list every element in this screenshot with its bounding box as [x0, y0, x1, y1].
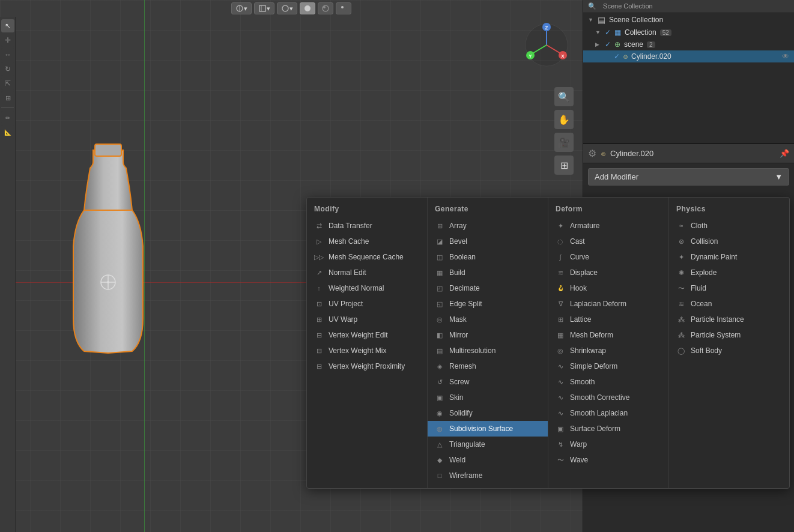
scale-tool[interactable]: ⇱ [1, 77, 14, 90]
normal-edit-icon [314, 268, 324, 277]
menu-item-subdivision-surface[interactable]: Subdivision Surface [428, 421, 548, 437]
menu-item-hook[interactable]: Hook [548, 280, 668, 296]
menu-item-fluid[interactable]: Fluid [669, 280, 789, 296]
cursor-tool[interactable]: ✛ [1, 34, 14, 47]
menu-item-weighted-normal[interactable]: Weighted Normal [307, 280, 427, 296]
menu-item-remesh[interactable]: Remesh [428, 358, 548, 374]
bevel-icon [435, 237, 444, 246]
modifier-menu-popup[interactable]: Modify Data Transfer Mesh Cache Mesh Seq… [306, 197, 790, 489]
cylinder-checkbox[interactable]: ✓ [614, 52, 620, 61]
navigation-gizmo[interactable]: Z X Y [523, 21, 571, 69]
menu-item-lattice[interactable]: Lattice [548, 312, 668, 327]
menu-item-explode[interactable]: Explode [669, 265, 789, 280]
menu-item-cast[interactable]: Cast [548, 234, 668, 249]
menu-item-shrinkwrap[interactable]: Shrinkwrap [548, 343, 668, 358]
menu-item-particle-instance[interactable]: Particle Instance [669, 312, 789, 327]
menu-item-mask[interactable]: Mask [428, 312, 548, 327]
menu-item-armature[interactable]: Armature [548, 218, 668, 234]
mesh-cache-icon [314, 237, 324, 246]
edge-split-icon [435, 299, 444, 309]
outliner[interactable]: 🔍 Scene Collection ▼ ▤ Scene Collection … [583, 0, 794, 144]
menu-item-screw[interactable]: Screw [428, 374, 548, 390]
viewport-shading-render[interactable] [336, 2, 351, 14]
menu-item-wireframe[interactable]: Wireframe [428, 468, 548, 483]
smooth-lap-label: Smooth Laplacian [570, 409, 628, 417]
svg-point-4 [282, 5, 288, 11]
menu-item-bevel[interactable]: Bevel [428, 234, 548, 249]
menu-item-array[interactable]: Array [428, 218, 548, 234]
viewport-icon-btn-2[interactable]: ▾ [254, 2, 274, 14]
menu-item-vw-prox[interactable]: Vertex Weight Proximity [307, 358, 427, 374]
visibility-icon[interactable]: 👁 [782, 52, 789, 61]
menu-item-ocean[interactable]: Ocean [669, 296, 789, 312]
menu-item-cloth[interactable]: Cloth [669, 218, 789, 234]
menu-item-particle-system[interactable]: Particle System [669, 327, 789, 343]
viewport-icon-btn-1[interactable]: ▾ [231, 2, 252, 14]
outliner-item-scene[interactable]: ▶ ✓ ⊕ scene 2 [583, 38, 794, 50]
select-tool[interactable]: ↖ [1, 19, 14, 32]
hand-tool[interactable]: ✋ [554, 110, 574, 129]
menu-item-uv-project[interactable]: UV Project [307, 296, 427, 312]
viewport-shading-solid[interactable] [300, 2, 315, 14]
scene-checkbox[interactable]: ✓ [605, 40, 611, 49]
menu-item-normal-edit[interactable]: Normal Edit [307, 265, 427, 280]
menu-item-soft-body[interactable]: Soft Body [669, 343, 789, 358]
menu-item-mesh-cache[interactable]: Mesh Cache [307, 234, 427, 249]
object-name: Cylinder.020 [610, 149, 653, 158]
menu-item-surface-deform[interactable]: Surface Deform [548, 421, 668, 437]
menu-item-decimate[interactable]: Decimate [428, 280, 548, 296]
menu-item-curve[interactable]: Curve [548, 249, 668, 265]
zoom-tool[interactable]: 🔍 [554, 87, 574, 106]
laplacian-label: Laplacian Deform [570, 300, 626, 308]
menu-item-dynamic-paint[interactable]: Dynamic Paint [669, 249, 789, 265]
particle-system-label: Particle System [691, 331, 741, 339]
menu-item-smooth-laplacian[interactable]: Smooth Laplacian [548, 405, 668, 421]
add-modifier-dropdown[interactable]: Add Modifier ▼ [588, 168, 789, 186]
mirror-icon [435, 330, 444, 340]
menu-item-build[interactable]: Build [428, 265, 548, 280]
menu-item-vw-edit[interactable]: Vertex Weight Edit [307, 327, 427, 343]
menu-item-wave[interactable]: Wave [548, 452, 668, 468]
menu-item-triangulate[interactable]: Triangulate [428, 437, 548, 452]
outliner-header: 🔍 Scene Collection [583, 0, 794, 13]
outliner-item-collection[interactable]: ▼ ✓ ▦ Collection 52 [583, 26, 794, 38]
menu-item-solidify[interactable]: Solidify [428, 405, 548, 421]
menu-item-weld[interactable]: Weld [428, 452, 548, 468]
move-tool[interactable]: ↔ [1, 48, 14, 61]
transform-tool[interactable]: ⊞ [1, 91, 14, 104]
menu-item-edge-split[interactable]: Edge Split [428, 296, 548, 312]
menu-item-boolean[interactable]: Boolean [428, 249, 548, 265]
menu-item-mesh-deform[interactable]: Mesh Deform [548, 327, 668, 343]
outliner-item-scene-collection[interactable]: ▼ ▤ Scene Collection [583, 13, 794, 26]
rotate-tool[interactable]: ↻ [1, 62, 14, 76]
menu-item-smooth-corrective[interactable]: Smooth Corrective [548, 390, 668, 405]
menu-item-multiresolution[interactable]: Multiresolution [428, 343, 548, 358]
camera-tool[interactable]: 🎥 [554, 133, 574, 152]
collection-checkbox[interactable]: ✓ [605, 28, 611, 37]
grid-tool[interactable]: ⊞ [554, 156, 574, 175]
menu-item-laplacian-deform[interactable]: Laplacian Deform [548, 296, 668, 312]
menu-item-mirror[interactable]: Mirror [428, 327, 548, 343]
solidify-icon [435, 408, 444, 418]
menu-item-uv-warp[interactable]: UV Warp [307, 312, 427, 327]
menu-item-collision[interactable]: Collision [669, 234, 789, 249]
menu-item-data-transfer[interactable]: Data Transfer [307, 218, 427, 234]
left-toolbar: ↖ ✛ ↔ ↻ ⇱ ⊞ ✏ 📐 [0, 17, 16, 532]
explode-icon [676, 268, 686, 277]
menu-item-displace[interactable]: Displace [548, 265, 668, 280]
pin-icon[interactable]: 📌 [780, 149, 789, 158]
measure-tool[interactable]: 📐 [1, 125, 14, 139]
viewport-shading-material[interactable] [318, 2, 333, 14]
menu-item-warp[interactable]: Warp [548, 437, 668, 452]
expand-icon-3: ▶ [595, 41, 601, 47]
menu-item-smooth[interactable]: Smooth [548, 374, 668, 390]
menu-item-mesh-seq-cache[interactable]: Mesh Sequence Cache [307, 249, 427, 265]
viewport-icon-btn-3[interactable]: ▾ [277, 2, 297, 14]
menu-item-simple-deform[interactable]: Simple Deform [548, 358, 668, 374]
build-icon [435, 268, 444, 277]
menu-item-vw-mix[interactable]: Vertex Weight Mix [307, 343, 427, 358]
deform-column: Deform Armature Cast Curve Displace Hook… [548, 198, 669, 488]
menu-item-skin[interactable]: Skin [428, 390, 548, 405]
annotate-tool[interactable]: ✏ [1, 111, 14, 124]
outliner-item-cylinder020[interactable]: ✓ ⌾ Cylinder.020 👁 [583, 50, 794, 62]
